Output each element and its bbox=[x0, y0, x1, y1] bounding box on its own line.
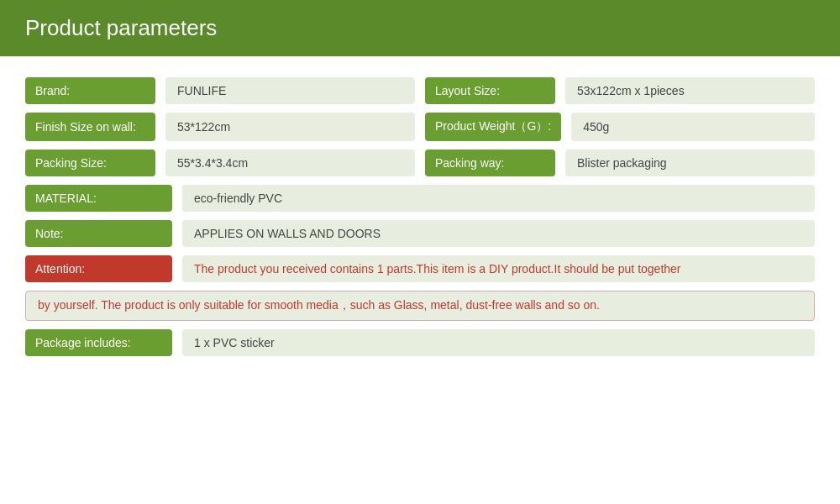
note-label: Note: bbox=[25, 220, 172, 247]
attention-value: The product you received contains 1 part… bbox=[182, 255, 815, 282]
material-label: MATERIAL: bbox=[25, 185, 172, 212]
row-material: MATERIAL: eco-friendly PVC bbox=[25, 185, 815, 212]
layout-label: Layout Size: bbox=[425, 77, 555, 104]
packing-way-label: Packing way: bbox=[425, 150, 555, 176]
packing-way-value: Blister packaging bbox=[565, 150, 815, 176]
attention-label: Attention: bbox=[25, 255, 172, 282]
layout-group: Layout Size: 53x122cm x 1pieces bbox=[425, 77, 815, 104]
note-value: APPLIES ON WALLS AND DOORS bbox=[182, 220, 815, 247]
row-brand-layout: Brand: FUNLIFE Layout Size: 53x122cm x 1… bbox=[25, 77, 815, 104]
row-finish-weight: Finish Size on wall: 53*122cm Product We… bbox=[25, 113, 815, 141]
finish-value: 53*122cm bbox=[165, 113, 415, 141]
package-label: Package includes: bbox=[25, 329, 172, 356]
row-note: Note: APPLIES ON WALLS AND DOORS bbox=[25, 220, 815, 247]
brand-value: FUNLIFE bbox=[165, 77, 415, 104]
weight-label: Product Weight（G）: bbox=[425, 113, 561, 141]
layout-value: 53x122cm x 1pieces bbox=[565, 77, 815, 104]
packing-size-group: Packing Size: 55*3.4*3.4cm bbox=[25, 150, 415, 176]
brand-label: Brand: bbox=[25, 77, 155, 104]
header: Product parameters bbox=[0, 0, 840, 56]
finish-label: Finish Size on wall: bbox=[25, 113, 155, 141]
brand-group: Brand: FUNLIFE bbox=[25, 77, 415, 104]
row-packing: Packing Size: 55*3.4*3.4cm Packing way: … bbox=[25, 150, 815, 176]
attention-value-2: by yourself. The product is only suitabl… bbox=[25, 291, 815, 321]
package-value: 1 x PVC sticker bbox=[182, 329, 815, 356]
weight-group: Product Weight（G）: 450g bbox=[425, 113, 815, 141]
row-attention: Attention: The product you received cont… bbox=[25, 255, 815, 282]
packing-size-value: 55*3.4*3.4cm bbox=[165, 150, 415, 176]
finish-group: Finish Size on wall: 53*122cm bbox=[25, 113, 415, 141]
weight-value: 450g bbox=[571, 113, 815, 141]
content: Brand: FUNLIFE Layout Size: 53x122cm x 1… bbox=[0, 56, 840, 377]
packing-way-group: Packing way: Blister packaging bbox=[425, 150, 815, 176]
material-value: eco-friendly PVC bbox=[182, 185, 815, 212]
packing-size-label: Packing Size: bbox=[25, 150, 155, 176]
row-package: Package includes: 1 x PVC sticker bbox=[25, 329, 815, 356]
page-title: Product parameters bbox=[25, 15, 217, 40]
